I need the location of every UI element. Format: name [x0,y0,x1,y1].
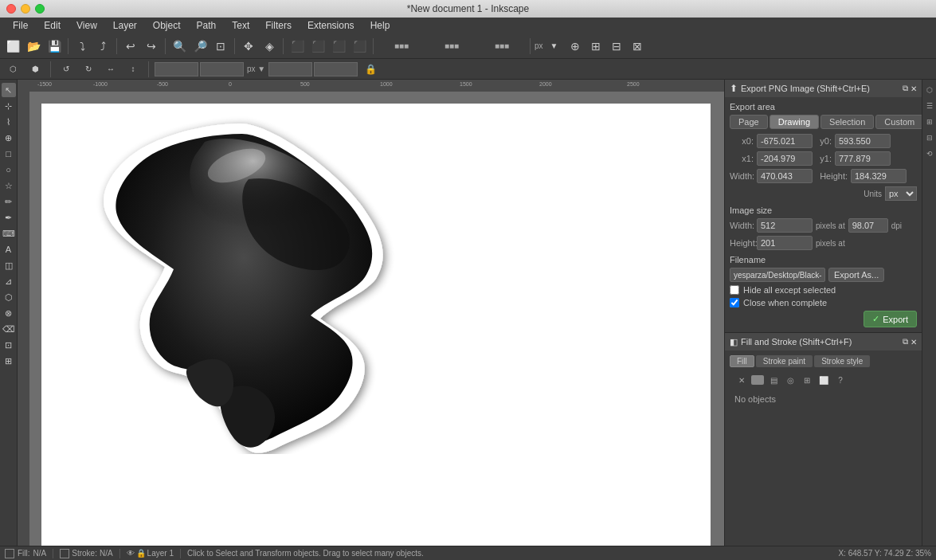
units-btn[interactable]: ▼ [545,37,564,56]
units-select[interactable]: px [885,186,917,201]
menu-filters[interactable]: Filters [259,18,298,33]
stroke-style-tab[interactable]: Stroke style [814,355,870,367]
close-when-complete-checkbox[interactable] [730,298,739,307]
snap-guide-btn[interactable]: ⊠ [628,37,647,56]
new-btn[interactable]: ⬜ [3,37,22,56]
star-tool[interactable]: ☆ [2,178,16,193]
menu-text[interactable]: Text [225,18,256,33]
flip-v-btn[interactable]: ↕ [123,60,143,79]
stroke-paint-tab[interactable]: Stroke paint [756,355,813,367]
align-btn[interactable]: ⊟ [922,131,937,145]
transform-panel-btn[interactable]: ⟲ [922,147,937,161]
menu-edit[interactable]: Edit [37,18,67,33]
zoom-in-btn[interactable]: 🔍 [170,37,189,56]
export-as-button[interactable]: Export As... [828,268,884,282]
paint-bucket-tool[interactable]: ⊡ [2,338,16,352]
zoom-fit-btn[interactable]: ⊡ [211,37,230,56]
linear-gradient-icon[interactable]: ▤ [766,374,781,386]
pattern-icon[interactable]: ⊞ [800,374,814,386]
panel-close-icon[interactable]: ✕ [911,84,917,93]
snap-settings-btn[interactable]: ⊞ [586,37,605,56]
menu-layer[interactable]: Layer [107,18,143,33]
tweak-tool[interactable]: ⌇ [2,115,16,129]
fill-close-icon[interactable]: ✕ [911,338,917,347]
img-width-input[interactable] [757,218,813,233]
fill-stroke-header[interactable]: ◧ Fill and Stroke (Shift+Ctrl+F) ⧉ ✕ [725,333,922,350]
flip-h-btn[interactable]: ↔ [101,60,120,79]
no-paint-icon[interactable]: ✕ [734,374,749,386]
menu-path[interactable]: Path [190,18,223,33]
minimize-button[interactable] [21,4,30,14]
pencil-tool[interactable]: ✏ [2,194,16,209]
connector-tool[interactable]: ⬡ [2,290,16,304]
lock-aspect-btn[interactable]: 🔒 [361,60,380,79]
align-center-btn[interactable]: ⬛ [308,37,327,56]
swatch-icon[interactable]: ⬜ [817,374,831,386]
tab-drawing[interactable]: Drawing [770,115,819,129]
measure-tool[interactable]: ⊞ [2,354,16,368]
dpi-input[interactable] [848,218,888,233]
export-btn[interactable]: ⤴ [93,37,112,56]
radial-gradient-icon[interactable]: ◎ [783,374,797,386]
layer-visibility-btn[interactable]: 👁 🔒 Layer 1 [127,549,174,558]
node-tool-btn[interactable]: ◈ [260,37,279,56]
save-btn[interactable]: 💾 [45,37,64,56]
width-input[interactable] [757,169,813,183]
layers-btn[interactable]: ☰ [922,99,937,113]
node-edit-tool[interactable]: ⊹ [2,99,16,113]
open-btn[interactable]: 📂 [24,37,43,56]
menu-extensions[interactable]: Extensions [301,18,361,33]
select-tool[interactable]: ↖ [2,83,16,97]
menu-file[interactable]: File [6,18,34,33]
nodes-btn[interactable]: ⬢ [25,60,45,79]
dropper-tool[interactable]: ⊿ [2,274,16,288]
xml-editor-btn[interactable]: ⬡ [922,83,937,97]
undo-btn[interactable]: ↩ [121,37,140,56]
snap-btn[interactable]: ■■■ [378,37,425,56]
import-btn[interactable]: ⤵ [72,37,92,56]
menu-object[interactable]: Object [147,18,187,33]
align-left-btn[interactable]: ⬛ [288,37,307,56]
rect-tool[interactable]: □ [2,147,16,161]
spray-tool[interactable]: ⊗ [2,306,16,320]
x0-input[interactable] [757,134,813,148]
close-button[interactable] [6,4,16,14]
maximize-button[interactable] [35,4,45,14]
img-height-input[interactable] [757,236,813,250]
rotate-ccw-btn[interactable]: ↺ [57,60,76,79]
snap-grid-btn[interactable]: ⊟ [607,37,626,56]
distribute-btn[interactable]: ⬛ [350,37,369,56]
tab-custom[interactable]: Custom [875,115,922,129]
y0-input[interactable] [835,134,891,148]
tab-page[interactable]: Page [730,115,768,129]
calligraphy-tool[interactable]: ⌨ [2,226,16,241]
gradient-tool[interactable]: ◫ [2,258,16,272]
y1-input[interactable] [835,151,891,166]
zoom-out-btn[interactable]: 🔎 [190,37,210,56]
obj-properties-btn[interactable]: ⊞ [922,115,937,129]
align-right-btn[interactable]: ⬛ [329,37,348,56]
rotate-cw-btn[interactable]: ↻ [79,60,98,79]
panel-detach-icon[interactable]: ⧉ [903,84,908,93]
pen-tool[interactable]: ✒ [2,210,16,225]
transform-btn[interactable]: ⬡ [3,60,22,79]
x-input[interactable] [155,62,198,76]
hide-all-checkbox[interactable] [730,285,739,295]
y-input[interactable] [200,62,244,76]
select-tool-btn[interactable]: ✥ [239,37,258,56]
w-input[interactable] [268,62,312,76]
export-button[interactable]: ✓ Export [864,311,917,327]
unknown-icon[interactable]: ? [833,374,848,386]
text-tool[interactable]: A [2,242,16,257]
snap-global-btn[interactable]: ⊕ [566,37,585,56]
height-input[interactable] [851,169,907,183]
canvas-area[interactable]: -1500 -1000 -500 0 500 1000 1500 2000 25… [18,80,724,560]
flat-color-icon[interactable] [751,375,764,385]
x1-input[interactable] [757,151,813,166]
tab-selection[interactable]: Selection [820,115,874,129]
filename-input[interactable] [730,268,825,282]
menu-view[interactable]: View [70,18,104,33]
snap2-btn[interactable]: ■■■ [428,37,476,56]
zoom-tool[interactable]: ⊕ [2,131,16,145]
eraser-tool[interactable]: ⌫ [2,322,16,336]
